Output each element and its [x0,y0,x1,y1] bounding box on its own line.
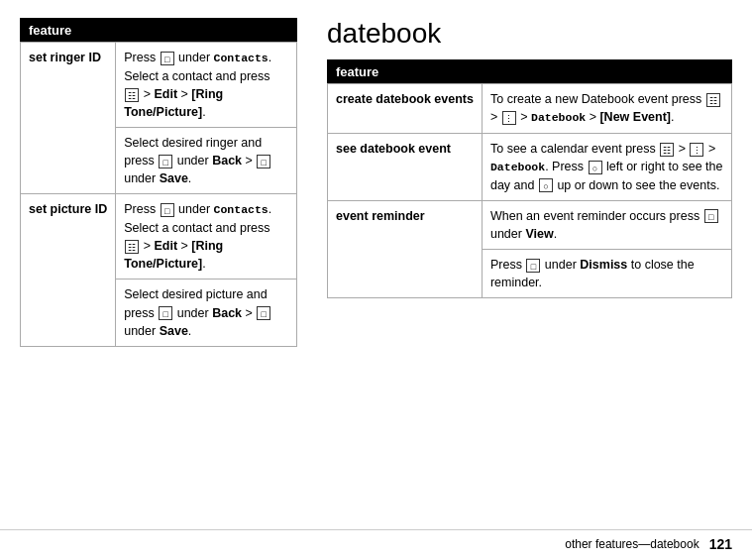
right-table-header: feature [328,60,732,84]
button-icon: □ [257,306,270,320]
feature-label-ringer: set ringer ID [21,43,116,194]
feature-desc-see: To see a calendar event press ☷ > ⋮ > Da… [482,133,731,200]
feature-label-reminder: event reminder [328,200,483,298]
button-icon: □ [161,203,174,217]
feature-label-picture: set picture ID [21,194,116,346]
menu-icon: ☷ [660,143,674,157]
feature-label-see: see datebook event [328,133,483,200]
right-section: datebook feature create datebook events … [327,18,732,519]
apps-icon: ⋮ [502,111,516,125]
footer: other features—datebook 121 [0,529,752,560]
apps-icon: ⋮ [690,143,703,157]
feature-desc-create: To create a new Datebook event press ☷ >… [482,84,731,134]
feature-desc-ringer-1: Press □ under Contacts. Select a contact… [116,43,297,128]
button-icon: □ [526,259,540,273]
feature-desc-picture-1: Press □ under Contacts. Select a contact… [116,194,297,280]
button-icon: □ [159,155,172,168]
footer-text: other features—datebook [565,537,698,551]
menu-icon: ☷ [706,93,720,107]
nav-icon: ○ [539,178,553,192]
table-row: set ringer ID Press □ under Contacts. Se… [21,43,297,128]
left-section: feature set ringer ID Press □ under Cont… [20,18,297,519]
main-content: feature set ringer ID Press □ under Cont… [0,0,752,529]
button-icon: □ [257,155,270,168]
button-icon: □ [161,52,174,65]
table-row: set picture ID Press □ under Contacts. S… [21,194,297,280]
button-icon: □ [704,209,718,223]
nav-icon: ○ [589,161,602,174]
feature-label-create: create datebook events [328,84,483,134]
left-table-header: feature [21,19,297,43]
page-number: 121 [709,536,732,552]
left-table: feature set ringer ID Press □ under Cont… [20,18,297,347]
right-table: feature create datebook events To create… [327,59,732,298]
feature-desc-picture-2: Select desired picture and press □ under… [116,280,297,346]
button-icon: □ [159,306,172,320]
feature-desc-ringer-2: Select desired ringer and press □ under … [116,128,297,194]
menu-icon: ☷ [125,88,139,102]
table-row: see datebook event To see a calendar eve… [328,133,732,200]
section-title: datebook [327,18,732,50]
table-row: create datebook events To create a new D… [328,84,732,134]
menu-icon: ☷ [125,240,139,254]
table-row: event reminder When an event reminder oc… [328,200,732,249]
feature-desc-reminder-2: Press □ under Dismiss to close the remin… [482,249,731,297]
feature-desc-reminder-1: When an event reminder occurs press □ un… [482,200,731,249]
